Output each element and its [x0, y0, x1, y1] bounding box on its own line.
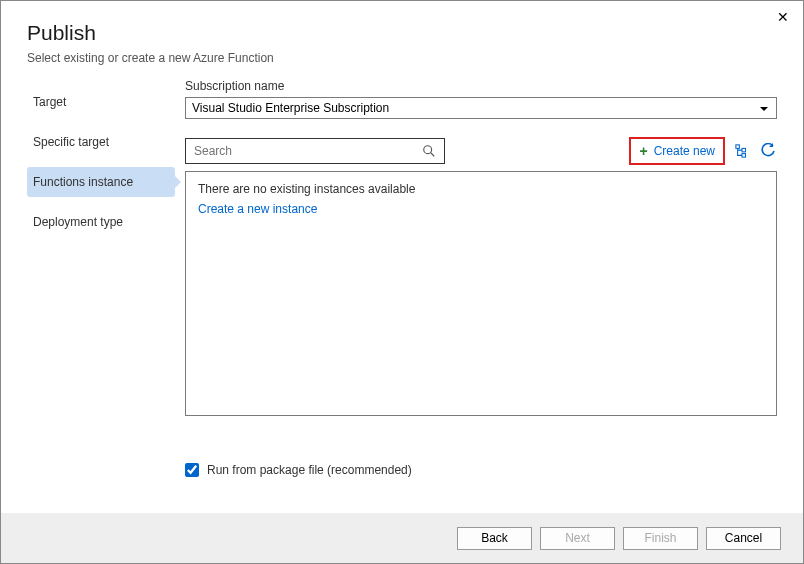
svg-line-1 [431, 153, 435, 157]
search-box[interactable] [185, 138, 445, 164]
svg-rect-2 [736, 145, 740, 149]
sidebar-item-target[interactable]: Target [27, 87, 175, 117]
create-instance-link[interactable]: Create a new instance [198, 202, 764, 216]
create-new-button[interactable]: + Create new [629, 137, 725, 165]
sidebar-item-functions-instance[interactable]: Functions instance [27, 167, 175, 197]
finish-button[interactable]: Finish [623, 527, 698, 550]
sidebar-item-specific-target[interactable]: Specific target [27, 127, 175, 157]
main-panel: Subscription name Visual Studio Enterpri… [175, 75, 777, 449]
next-button[interactable]: Next [540, 527, 615, 550]
dialog-footer: Back Next Finish Cancel [1, 513, 803, 563]
wizard-sidebar: Target Specific target Functions instanc… [27, 75, 175, 449]
content-area: Target Specific target Functions instanc… [1, 75, 803, 449]
svg-rect-4 [742, 154, 746, 158]
sidebar-item-label: Deployment type [33, 215, 123, 229]
page-title: Publish [27, 21, 777, 45]
plus-icon: + [639, 143, 647, 159]
sidebar-item-label: Target [33, 95, 66, 109]
search-icon [422, 144, 436, 158]
create-new-label: Create new [654, 144, 715, 158]
page-subtitle: Select existing or create a new Azure Fu… [27, 51, 777, 65]
no-instances-message: There are no existing instances availabl… [198, 182, 764, 196]
subscription-value: Visual Studio Enterprise Subscription [192, 101, 389, 115]
back-button[interactable]: Back [457, 527, 532, 550]
search-row: + Create new [185, 137, 777, 165]
sidebar-item-label: Specific target [33, 135, 109, 149]
sidebar-item-label: Functions instance [33, 175, 133, 189]
sidebar-item-deployment-type[interactable]: Deployment type [27, 207, 175, 237]
run-from-package-checkbox[interactable] [185, 463, 199, 477]
search-input[interactable] [194, 144, 422, 158]
subscription-select[interactable]: Visual Studio Enterprise Subscription [185, 97, 777, 119]
results-panel: There are no existing instances availabl… [185, 171, 777, 416]
subscription-label: Subscription name [185, 79, 777, 93]
tree-view-icon[interactable] [733, 142, 751, 160]
run-from-package-row: Run from package file (recommended) [1, 449, 803, 477]
cancel-button[interactable]: Cancel [706, 527, 781, 550]
dialog-header: Publish Select existing or create a new … [1, 1, 803, 75]
svg-point-0 [424, 146, 432, 154]
refresh-icon[interactable] [759, 142, 777, 160]
run-from-package-label: Run from package file (recommended) [207, 463, 412, 477]
close-button[interactable]: ✕ [777, 9, 789, 25]
svg-rect-3 [742, 148, 746, 152]
